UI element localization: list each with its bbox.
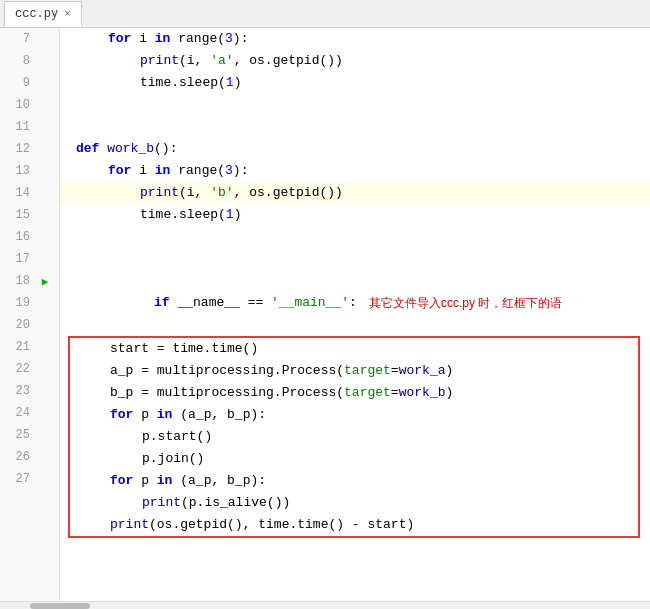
code-line-8: print(i, 'a', os.getpid())	[60, 50, 650, 72]
line24-code: p.join()	[142, 448, 204, 470]
code-content: for i in range(3): print(i, 'a', os.getp…	[60, 28, 650, 601]
line20-code: a_p = multiprocessing.Process(target=wor…	[110, 360, 453, 382]
gutter-row-13: 13	[0, 160, 59, 182]
code-area: 7 8 9 10 11 12	[0, 28, 650, 601]
line27-code: print(os.getpid(), time.time() - start)	[110, 514, 414, 536]
line-num-25: 25	[0, 424, 36, 446]
gutter-row-24: 24	[0, 402, 59, 424]
line9-code: time.sleep(1)	[140, 72, 241, 94]
line18-code: if __name__ == '__main__':	[76, 270, 357, 336]
tab-label: ccc.py	[15, 7, 58, 21]
gutter-row-14: 14	[0, 182, 59, 204]
line26-code: print(p.is_alive())	[142, 492, 290, 514]
gutter-row-20: 20	[0, 314, 59, 336]
gutter-row-10: 10	[0, 94, 59, 116]
line-num-15: 15	[0, 204, 36, 226]
code-line-22: for p in (a_p, b_p):	[70, 404, 638, 426]
gutter-row-8: 8	[0, 50, 59, 72]
code-line-11	[60, 116, 650, 138]
code-line-10	[60, 94, 650, 116]
gutter-row-27: 27	[0, 468, 59, 490]
line13-code: for i in range(3):	[108, 160, 248, 182]
gutter-row-7: 7	[0, 28, 59, 50]
red-border-block: 句不执行 start = time.time() a_p = multiproc…	[68, 336, 640, 538]
line-num-14: 14	[0, 182, 36, 204]
gutter-row-17: 17	[0, 248, 59, 270]
code-line-27: print(os.getpid(), time.time() - start)	[70, 514, 638, 536]
line-num-12: 12	[0, 138, 36, 160]
code-line-23: p.start()	[70, 426, 638, 448]
line25-code: for p in (a_p, b_p):	[110, 470, 266, 492]
tab-bar: ccc.py ×	[0, 0, 650, 28]
code-line-13: for i in range(3):	[60, 160, 650, 182]
code-line-20: a_p = multiprocessing.Process(target=wor…	[70, 360, 638, 382]
line22-code: for p in (a_p, b_p):	[110, 404, 266, 426]
code-line-17	[60, 248, 650, 270]
line-num-18: 18	[0, 270, 36, 292]
file-tab[interactable]: ccc.py ×	[4, 1, 82, 27]
line-num-7: 7	[0, 28, 36, 50]
code-line-25: for p in (a_p, b_p):	[70, 470, 638, 492]
line-gutter: 7 8 9 10 11 12	[0, 28, 60, 601]
horizontal-scrollbar[interactable]	[0, 601, 650, 609]
line-num-9: 9	[0, 72, 36, 94]
gutter-row-12: 12	[0, 138, 59, 160]
code-line-15: time.sleep(1)	[60, 204, 650, 226]
line-num-23: 23	[0, 380, 36, 402]
gutter-row-23: 23	[0, 380, 59, 402]
gutter-row-25: 25	[0, 424, 59, 446]
gutter-row-26: 26	[0, 446, 59, 468]
line7-kw: for i in range(3):	[108, 28, 248, 50]
code-line-9: time.sleep(1)	[60, 72, 650, 94]
line19-code: start = time.time()	[110, 338, 258, 360]
line-num-27: 27	[0, 468, 36, 490]
line-num-21: 21	[0, 336, 36, 358]
gutter-row-15: 15	[0, 204, 59, 226]
line-num-11: 11	[0, 116, 36, 138]
code-line-19: start = time.time()	[70, 338, 638, 360]
code-line-7: for i in range(3):	[60, 28, 650, 50]
gutter-row-22: 22	[0, 358, 59, 380]
line-num-19: 19	[0, 292, 36, 314]
code-line-21: b_p = multiprocessing.Process(target=wor…	[70, 382, 638, 404]
line-num-10: 10	[0, 94, 36, 116]
line15-code: time.sleep(1)	[140, 204, 241, 226]
gutter-row-11: 11	[0, 116, 59, 138]
line-num-8: 8	[0, 50, 36, 72]
line-num-17: 17	[0, 248, 36, 270]
close-icon[interactable]: ×	[64, 8, 71, 20]
line14-code: print(i, 'b', os.getpid())	[140, 182, 343, 204]
line-num-13: 13	[0, 160, 36, 182]
line21-code: b_p = multiprocessing.Process(target=wor…	[110, 382, 453, 404]
line12-code: def work_b():	[76, 138, 177, 160]
gutter-row-21: 21	[0, 336, 59, 358]
line23-code: p.start()	[142, 426, 212, 448]
editor-window: ccc.py × 7 8 9 10 11	[0, 0, 650, 609]
breakpoint-arrow-icon: ▶	[36, 275, 54, 288]
code-line-12: def work_b():	[60, 138, 650, 160]
line-num-22: 22	[0, 358, 36, 380]
scrollbar-thumb[interactable]	[30, 603, 90, 609]
line8-code: print(i, 'a', os.getpid())	[140, 50, 343, 72]
line-num-16: 16	[0, 226, 36, 248]
line-num-26: 26	[0, 446, 36, 468]
gutter-row-19: 19	[0, 292, 59, 314]
code-line-18: if __name__ == '__main__': 其它文件导入ccc.py …	[60, 270, 650, 336]
code-line-16	[60, 226, 650, 248]
code-line-14: print(i, 'b', os.getpid())	[60, 182, 650, 204]
line18-annotation-1: 其它文件导入ccc.py 时，红框下的语	[369, 292, 562, 314]
gutter-row-18: 18 ▶	[0, 270, 59, 292]
code-line-26: print(p.is_alive())	[70, 492, 638, 514]
code-line-24: p.join()	[70, 448, 638, 470]
line-num-20: 20	[0, 314, 36, 336]
gutter-row-16: 16	[0, 226, 59, 248]
line-num-24: 24	[0, 402, 36, 424]
gutter-row-9: 9	[0, 72, 59, 94]
